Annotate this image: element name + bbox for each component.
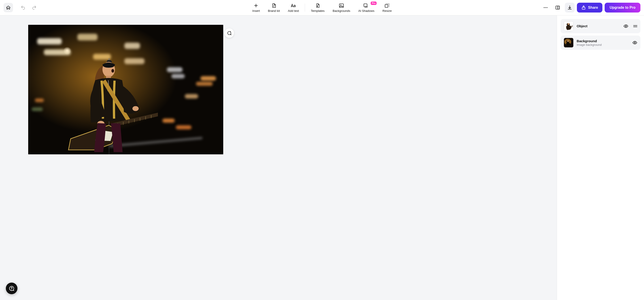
templates-label: Templates bbox=[311, 9, 324, 12]
svg-rect-3 bbox=[385, 4, 388, 7]
backgrounds-button[interactable]: Backgrounds bbox=[328, 3, 354, 12]
eye-icon bbox=[624, 24, 628, 29]
bokeh bbox=[167, 67, 182, 72]
addtext-button[interactable]: Add text bbox=[284, 3, 303, 12]
backgrounds-label: Backgrounds bbox=[333, 9, 350, 12]
svg-point-1 bbox=[340, 4, 341, 5]
bokeh bbox=[200, 76, 216, 81]
eye-icon bbox=[632, 40, 637, 45]
bokeh bbox=[171, 74, 185, 78]
resize-label: Resize bbox=[382, 9, 392, 12]
redo-button[interactable] bbox=[31, 5, 37, 10]
canvas[interactable] bbox=[28, 25, 223, 154]
bokeh bbox=[176, 125, 192, 129]
svg-point-33 bbox=[11, 289, 12, 290]
svg-point-4 bbox=[544, 7, 545, 8]
resize-icon bbox=[384, 3, 390, 8]
bokeh bbox=[44, 49, 71, 55]
svg-rect-8 bbox=[582, 7, 585, 9]
bokeh bbox=[196, 82, 213, 86]
toolbar-right: Share Upgrade to Pro bbox=[541, 3, 640, 12]
home-icon bbox=[6, 5, 11, 10]
layer-background-subtitle: Image background bbox=[577, 43, 602, 46]
top-toolbar: Insert Brand kit Add text Templates Back… bbox=[0, 0, 644, 15]
svg-rect-2 bbox=[364, 3, 367, 6]
drag-icon bbox=[633, 24, 637, 28]
bokeh bbox=[124, 43, 140, 49]
text-icon bbox=[290, 3, 296, 8]
layer-background-thumb bbox=[564, 38, 574, 48]
bokeh bbox=[35, 99, 44, 102]
undo-redo-group bbox=[20, 5, 37, 10]
undo-icon bbox=[20, 5, 26, 10]
main-area: Object Background Image background bbox=[0, 15, 644, 300]
download-button[interactable] bbox=[565, 3, 575, 12]
share-label: Share bbox=[588, 5, 598, 9]
bokeh bbox=[162, 119, 175, 123]
layer-background[interactable]: Background Image background bbox=[560, 35, 640, 50]
layer-object-visibility[interactable] bbox=[624, 24, 628, 29]
compare-icon bbox=[555, 5, 560, 10]
upgrade-button[interactable]: Upgrade to Pro bbox=[605, 3, 640, 12]
pro-badge: Pro bbox=[371, 1, 377, 5]
svg-point-24 bbox=[568, 23, 569, 25]
aishadows-button[interactable]: Pro AI Shadows bbox=[354, 3, 378, 12]
templates-button[interactable]: Templates bbox=[307, 3, 328, 12]
toolbar-separator bbox=[305, 3, 305, 12]
help-button[interactable] bbox=[6, 283, 18, 294]
more-icon bbox=[543, 5, 548, 10]
insert-button[interactable]: Insert bbox=[248, 3, 264, 12]
layer-background-title: Background bbox=[577, 39, 602, 43]
brandkit-icon bbox=[271, 3, 276, 8]
bokeh bbox=[32, 108, 43, 111]
bokeh bbox=[185, 94, 198, 99]
upgrade-label: Upgrade to Pro bbox=[610, 5, 636, 9]
aishadows-icon bbox=[364, 3, 369, 8]
layer-object-title: Object bbox=[577, 24, 588, 28]
svg-point-31 bbox=[567, 40, 568, 42]
more-button[interactable] bbox=[541, 3, 550, 12]
layer-background-visibility[interactable] bbox=[632, 40, 637, 45]
compare-button[interactable] bbox=[553, 3, 562, 12]
resize-button[interactable]: Resize bbox=[378, 3, 396, 12]
layers-panel: Object Background Image background bbox=[557, 15, 644, 300]
brandkit-label: Brand kit bbox=[268, 9, 280, 12]
svg-point-6 bbox=[547, 7, 548, 8]
layer-object[interactable]: Object bbox=[560, 19, 640, 33]
backgrounds-icon bbox=[339, 3, 344, 8]
templates-icon bbox=[316, 3, 320, 8]
home-button[interactable] bbox=[4, 3, 13, 12]
undo-button[interactable] bbox=[20, 5, 26, 10]
guitarist-illustration bbox=[62, 56, 158, 152]
canvas-area[interactable] bbox=[0, 15, 557, 300]
svg-point-26 bbox=[625, 25, 626, 27]
svg-point-5 bbox=[545, 7, 546, 8]
download-icon bbox=[567, 5, 572, 10]
share-icon bbox=[581, 5, 586, 10]
share-button[interactable]: Share bbox=[577, 3, 602, 12]
guitarist-object[interactable] bbox=[62, 56, 158, 152]
svg-point-10 bbox=[112, 69, 114, 73]
layer-object-thumb bbox=[564, 21, 574, 31]
help-icon bbox=[9, 286, 14, 291]
svg-point-14 bbox=[132, 106, 139, 111]
aishadows-label: AI Shadows bbox=[358, 9, 374, 12]
bokeh bbox=[37, 38, 62, 44]
layer-object-drag[interactable] bbox=[633, 24, 637, 28]
insert-label: Insert bbox=[252, 9, 260, 12]
plus-icon bbox=[254, 3, 258, 8]
comment-icon bbox=[227, 31, 232, 35]
svg-point-32 bbox=[634, 42, 636, 43]
comment-button[interactable] bbox=[224, 28, 234, 38]
canvas-outer bbox=[28, 25, 223, 154]
addtext-label: Add text bbox=[288, 9, 299, 12]
bokeh bbox=[78, 34, 98, 40]
brandkit-button[interactable]: Brand kit bbox=[264, 3, 284, 12]
toolbar-center: Insert Brand kit Add text Templates Back… bbox=[248, 3, 396, 12]
redo-icon bbox=[32, 5, 37, 10]
